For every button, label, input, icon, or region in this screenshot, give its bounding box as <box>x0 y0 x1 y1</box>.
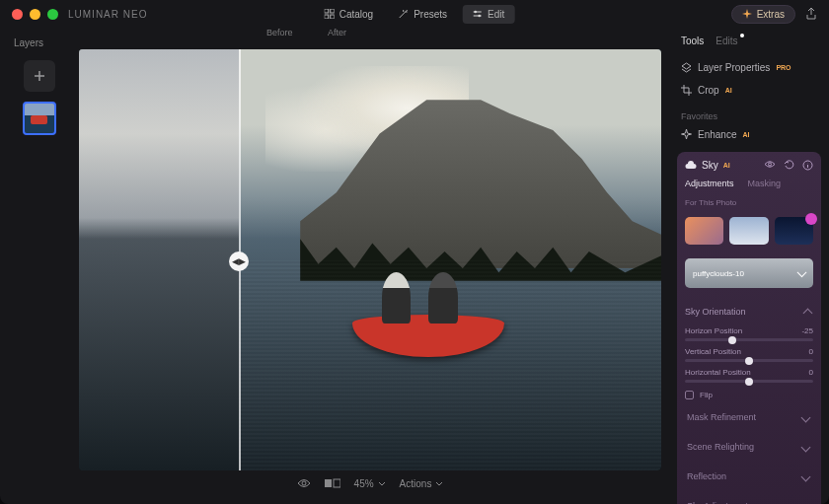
tab-masking[interactable]: Masking <box>748 179 782 188</box>
after-label: After <box>328 28 346 37</box>
horizon-position-slider: Horizon Position-25 <box>685 326 813 341</box>
extras-button[interactable]: Extras <box>731 5 795 24</box>
flip-row: Flip <box>685 391 813 399</box>
zoom-dropdown[interactable]: 45% <box>354 478 386 489</box>
crop-row[interactable]: Crop AI <box>677 79 821 102</box>
person <box>382 272 412 323</box>
sky-preset-2[interactable] <box>729 217 768 245</box>
for-this-photo-label: For This Photo <box>685 198 813 207</box>
image-viewport[interactable]: ◀▶ <box>79 49 661 470</box>
svg-rect-3 <box>331 15 335 19</box>
svg-rect-7 <box>325 479 332 487</box>
horizontal-label: Horizontal Position <box>685 368 751 377</box>
compare-toggle[interactable] <box>325 478 340 488</box>
edits-indicator <box>740 34 744 37</box>
selected-preset-name: puffyclouds-10 <box>693 269 744 278</box>
favorites-label: Favorites <box>677 106 821 123</box>
ai-badge: AI <box>742 131 749 138</box>
eye-toggle[interactable] <box>297 478 311 488</box>
tab-tools[interactable]: Tools <box>681 36 704 46</box>
horizontal-position-slider: Horizontal Position0 <box>685 368 813 383</box>
nav-edit[interactable]: Edit <box>463 5 514 24</box>
scene-relighting-row[interactable]: Scene Relighting <box>685 435 813 459</box>
cloud-icon <box>685 161 697 170</box>
horizon-label: Horizon Position <box>685 326 742 335</box>
titlebar: LUMINAR NEO Catalog Presets Edit Extras <box>0 0 829 28</box>
sky-preset-3[interactable] <box>775 217 813 245</box>
before-label: Before <box>266 28 293 37</box>
zoom-value: 45% <box>354 478 374 489</box>
tab-adjustments[interactable]: Adjustments <box>685 179 734 188</box>
sparkle-icon <box>742 9 752 19</box>
tools-panel: Tools Edits Layer Properties PRO Crop AI… <box>671 28 829 504</box>
horizontal-track[interactable] <box>685 380 813 383</box>
reflection-label: Reflection <box>687 471 726 481</box>
chevron-down-icon <box>801 471 811 481</box>
compare-icon <box>325 478 340 488</box>
svg-rect-1 <box>331 9 335 13</box>
sky-subtabs: Adjustments Masking <box>685 179 813 188</box>
vertical-track[interactable] <box>685 359 813 362</box>
sparkle-icon <box>681 129 692 140</box>
svg-point-5 <box>479 15 482 18</box>
grid-icon <box>325 9 335 19</box>
horizon-value: -25 <box>801 326 813 335</box>
undo-icon <box>784 160 794 171</box>
nav-presets-label: Presets <box>414 9 447 20</box>
top-nav: Catalog Presets Edit <box>315 0 515 28</box>
maximize-window[interactable] <box>47 9 58 20</box>
share-icon <box>805 8 817 20</box>
flip-label: Flip <box>700 391 713 399</box>
sky-title: Sky <box>702 160 718 171</box>
info-button[interactable] <box>802 160 813 171</box>
sky-adjustments-row[interactable]: Sky Adjustments <box>685 494 813 504</box>
canvas-header: Before After <box>79 28 661 45</box>
flip-checkbox[interactable] <box>685 391 694 399</box>
nav-presets[interactable]: Presets <box>389 5 457 24</box>
enhance-row[interactable]: Enhance AI <box>677 123 821 146</box>
svg-rect-0 <box>325 9 329 13</box>
undo-button[interactable] <box>784 160 794 171</box>
plus-icon <box>33 69 46 83</box>
actions-dropdown[interactable]: Actions <box>400 478 444 489</box>
layer-properties-label: Layer Properties <box>698 62 770 73</box>
layers-panel: Layers <box>0 28 79 504</box>
visibility-toggle[interactable] <box>764 160 776 171</box>
tab-edits[interactable]: Edits <box>716 36 737 46</box>
horizon-track[interactable] <box>685 338 813 341</box>
svg-rect-2 <box>325 15 329 19</box>
mask-refinement-row[interactable]: Mask Refinement <box>685 405 813 429</box>
ai-badge: AI <box>723 162 730 169</box>
sky-panel-header[interactable]: Sky AI <box>685 160 813 171</box>
close-window[interactable] <box>12 9 23 20</box>
reflection-row[interactable]: Reflection <box>685 465 813 488</box>
layers-title: Layers <box>0 37 43 48</box>
sky-preset-1[interactable] <box>685 217 723 245</box>
minimize-window[interactable] <box>30 9 40 20</box>
sliders-icon <box>473 9 483 19</box>
chevron-down-icon <box>801 442 811 452</box>
layer-properties-row[interactable]: Layer Properties PRO <box>677 56 821 79</box>
sky-orientation-header[interactable]: Sky Orientation <box>685 302 813 321</box>
layers-icon <box>681 62 692 73</box>
horizontal-value: 0 <box>809 368 813 377</box>
person <box>428 272 458 323</box>
vertical-position-slider: Vertical Position0 <box>685 347 813 362</box>
sky-preset-selector[interactable]: puffyclouds-10 <box>685 258 813 288</box>
nav-catalog[interactable]: Catalog <box>315 5 383 24</box>
app-title: LUMINAR NEO <box>68 9 147 20</box>
chevron-down-icon <box>378 481 386 486</box>
app-window: LUMINAR NEO Catalog Presets Edit Extras <box>0 0 829 504</box>
layer-thumbnail[interactable] <box>23 102 56 135</box>
crop-label: Crop <box>698 85 719 96</box>
slider-knob[interactable] <box>745 378 753 386</box>
enhance-label: Enhance <box>698 129 736 140</box>
share-button[interactable] <box>805 8 817 20</box>
slider-knob[interactable] <box>728 336 736 344</box>
add-layer-button[interactable] <box>24 60 55 92</box>
canvas-area: Before After ◀▶ <box>79 28 671 504</box>
chevron-down-icon <box>801 412 811 422</box>
slider-knob[interactable] <box>745 357 753 365</box>
mask-refinement-label: Mask Refinement <box>687 412 756 422</box>
image-before <box>79 49 239 470</box>
